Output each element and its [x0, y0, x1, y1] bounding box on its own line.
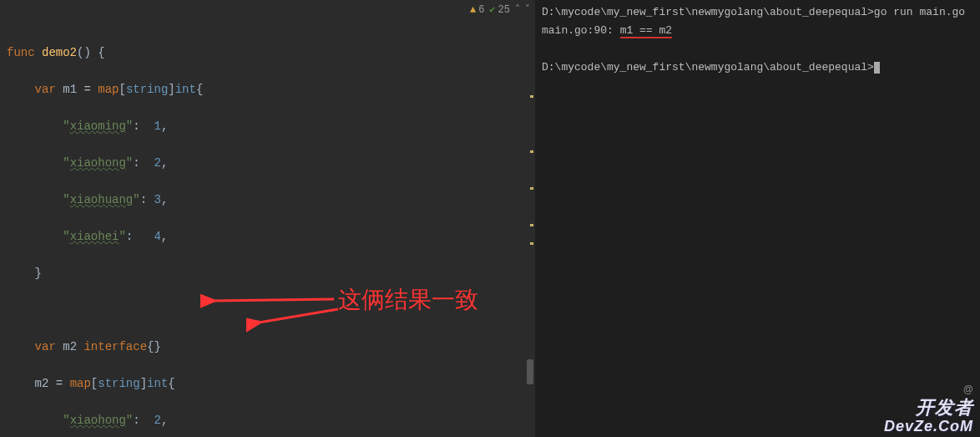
gutter-marker — [530, 187, 533, 190]
type-int: int — [175, 83, 196, 96]
editor-status-bar: ▲ 6 ✔ 25 ˄ ˅ — [470, 3, 530, 16]
gutter-marker — [530, 150, 533, 153]
keyword-map2: map — [70, 377, 91, 390]
watermark-author: @ — [884, 380, 973, 399]
key-xiaohong2: xiaohong — [70, 414, 126, 427]
key-xiaohong: xiaohong — [70, 156, 126, 170]
terminal-cursor — [874, 62, 880, 74]
warnings-indicator[interactable]: ▲ 6 — [470, 4, 484, 16]
terminal-panel[interactable]: D:\mycode\my_new_first\newmygolang\about… — [535, 0, 980, 437]
keyword-map: map — [98, 83, 119, 96]
watermark-logo-cn: 开发者 — [916, 397, 973, 418]
warnings-count: 6 — [478, 4, 484, 16]
type-int2: int — [147, 377, 168, 390]
editor-scrollbar-thumb[interactable] — [527, 359, 533, 384]
code-content[interactable]: func demo2() { var m1 = map[string]int{ … — [0, 0, 535, 437]
code-editor[interactable]: ▲ 6 ✔ 25 ˄ ˅ func demo2() { var m1 = map… — [0, 0, 535, 437]
terminal-output-highlight: m1 == m2 — [620, 24, 672, 38]
check-icon: ✔ — [489, 3, 495, 16]
function-name: demo2 — [42, 46, 77, 59]
warning-icon: ▲ — [470, 4, 476, 16]
val-4: 4 — [154, 230, 160, 243]
chevron-up-icon[interactable]: ˄ — [515, 3, 520, 16]
var-m2-assign: m2 — [35, 377, 49, 390]
key-xiaohuang: xiaohuang — [70, 193, 134, 206]
val-2: 2 — [154, 156, 160, 170]
checks-count: 25 — [498, 4, 510, 16]
var-m2: m2 — [63, 340, 77, 353]
checks-indicator[interactable]: ✔ 25 — [489, 3, 510, 16]
chevron-down-icon[interactable]: ˅ — [525, 3, 530, 16]
val-2b: 2 — [154, 414, 160, 427]
type-string2: string — [98, 377, 139, 390]
gutter-marker — [530, 224, 533, 226]
var-m1: m1 — [63, 83, 77, 96]
keyword-var: var — [35, 83, 56, 96]
key-xiaoming: xiaoming — [70, 119, 126, 133]
val-3: 3 — [154, 193, 160, 206]
terminal-line-1: D:\mycode\my_new_first\newmygolang\about… — [542, 3, 973, 22]
type-string: string — [126, 83, 168, 96]
gutter-marker — [530, 95, 533, 98]
annotation-text: 这俩结果一致 — [338, 284, 478, 316]
keyword-var2: var — [35, 340, 56, 353]
keyword-func: func — [7, 46, 35, 59]
watermark: @ 开发者 DevZe.CoM — [884, 380, 973, 435]
terminal-line-2: main.go:90: m1 == m2 — [542, 22, 973, 40]
terminal-line-3: D:\mycode\my_new_first\newmygolang\about… — [542, 58, 973, 77]
watermark-logo-en: DevZe.CoM — [884, 418, 973, 434]
keyword-interface: interface — [83, 340, 147, 353]
gutter-marker — [530, 242, 533, 245]
key-xiaohei: xiaohei — [70, 230, 119, 243]
val-1: 1 — [154, 119, 160, 133]
